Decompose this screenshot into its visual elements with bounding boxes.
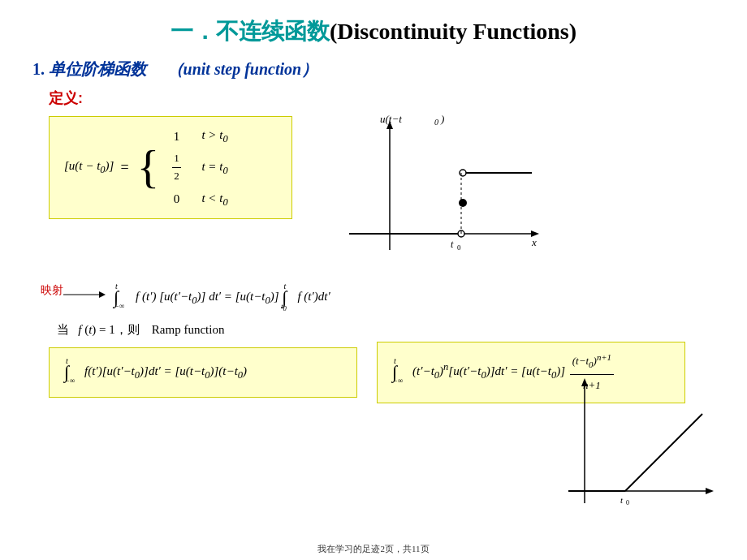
case-cond-3: t < t0 xyxy=(201,188,227,210)
page: 一．不连续函数(Discontinuity Functions) 1. 单位阶梯… xyxy=(0,0,747,560)
main-integral-formula: ∫t−∞ f (t′) [u(t′−t0)] dt′ = [u(t−t0)] ∫… xyxy=(114,280,715,316)
svg-text:0: 0 xyxy=(626,499,629,506)
filled-dot-half xyxy=(459,199,467,207)
case-row-1: 1 t > t0 xyxy=(164,125,227,147)
case-cond-2: t = t0 xyxy=(201,157,227,179)
footer-note: 我在学习的足迹2页，共11页 xyxy=(317,543,429,555)
equals-sign: = xyxy=(120,159,128,176)
big-brace: { xyxy=(137,144,160,191)
mapping-section: 映射 ∫t−∞ f (t′) [u(t′−t0)] dt′ = [u(t−t0)… xyxy=(41,280,715,316)
open-circle-top xyxy=(460,170,466,176)
case-row-3: 0 t < t0 xyxy=(164,188,227,210)
cases-table: 1 t > t0 12 t = t0 0 t < t0 xyxy=(164,125,227,210)
x-label: x xyxy=(531,236,537,248)
svg-text:): ) xyxy=(440,113,444,125)
svg-marker-5 xyxy=(581,378,588,386)
mapping-arrow xyxy=(63,286,112,303)
ramp-condition: 当 f (t) = 1，则 Ramp function xyxy=(57,322,715,338)
formula-box: [​u​(t − t0)] = { 1 t > t0 12 t = t0 xyxy=(49,116,292,219)
t0-sub: 0 xyxy=(457,243,461,252)
ramp-formula-box: ∫t−∞ f(t′)[u(t′−t0)]dt′ = [u(t−t0)](t−t0… xyxy=(49,347,357,398)
graph-area: u(t−t 0 ) x t 0 xyxy=(325,108,552,274)
mapping-label: 映射 xyxy=(41,283,63,298)
svg-text:0: 0 xyxy=(434,118,438,127)
main-title: 一．不连续函数(Discontinuity Functions) xyxy=(32,16,715,47)
unit-step-graph: u(t−t 0 ) x t 0 xyxy=(325,108,552,270)
case-val-2: 12 xyxy=(164,150,188,185)
ramp-graph: t 0 xyxy=(560,373,723,519)
svg-text:t: t xyxy=(620,495,624,505)
case-val-3: 0 xyxy=(164,189,188,209)
definition-label: 定义: xyxy=(49,88,715,108)
formula-lhs: [​u​(t − t0)] xyxy=(64,159,114,176)
svg-marker-7 xyxy=(706,488,714,494)
svg-marker-3 xyxy=(99,291,106,298)
section-title: 1. 单位阶梯函数 （unit step function） xyxy=(32,58,715,80)
svg-line-8 xyxy=(625,414,702,491)
content-area: [​u​(t − t0)] = { 1 t > t0 12 t = t0 xyxy=(32,116,715,274)
ramp-integral: ∫t−∞ f(t′)[u(t′−t0)]dt′ = [u(t−t0)](t−t0… xyxy=(64,355,342,390)
t0-label: t xyxy=(451,239,454,250)
case-row-2: 12 t = t0 xyxy=(164,150,227,185)
case-val-1: 1 xyxy=(164,127,188,146)
piecewise-formula: [​u​(t − t0)] = { 1 t > t0 12 t = t0 xyxy=(64,125,277,210)
y-axis-label: u(t−t xyxy=(380,113,402,125)
case-cond-1: t > t0 xyxy=(201,125,227,147)
